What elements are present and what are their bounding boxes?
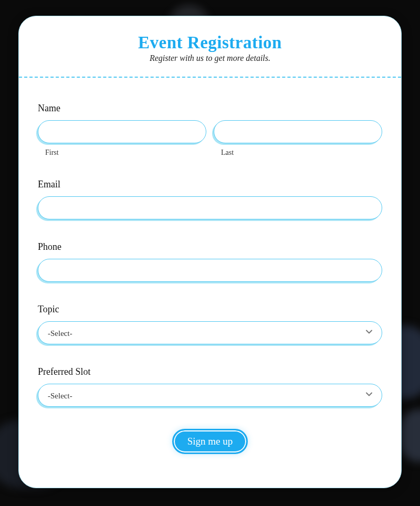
last-name-sublabel: Last: [221, 149, 382, 157]
slot-label: Preferred Slot: [38, 366, 382, 377]
name-label: Name: [38, 103, 382, 114]
phone-field-group: Phone: [38, 241, 382, 282]
slot-select-wrap[interactable]: -Select-: [38, 384, 382, 407]
last-name-input[interactable]: [214, 120, 382, 143]
name-field-group: Name First Last: [38, 103, 382, 157]
topic-field-group: Topic -Select-: [38, 304, 382, 344]
email-field-group: Email: [38, 179, 382, 219]
sign-me-up-button[interactable]: Sign me up: [172, 429, 248, 454]
first-name-col: First: [38, 120, 206, 157]
first-name-input[interactable]: [38, 120, 206, 143]
first-name-sublabel: First: [45, 149, 206, 157]
form-header: Event Registration Register with us to g…: [19, 33, 401, 77]
phone-label: Phone: [38, 241, 382, 252]
name-row: First Last: [38, 120, 382, 157]
slot-field-group: Preferred Slot -Select-: [38, 366, 382, 407]
registration-card: Event Registration Register with us to g…: [18, 16, 402, 488]
phone-input[interactable]: [38, 259, 382, 282]
email-input[interactable]: [38, 196, 382, 219]
last-name-col: Last: [214, 120, 382, 157]
topic-select[interactable]: -Select-: [38, 321, 382, 344]
submit-row: Sign me up: [38, 429, 382, 454]
slot-select[interactable]: -Select-: [38, 384, 382, 407]
topic-label: Topic: [38, 304, 382, 315]
email-label: Email: [38, 179, 382, 190]
topic-select-wrap[interactable]: -Select-: [38, 321, 382, 344]
page-title: Event Registration: [19, 33, 401, 52]
form-body: Name First Last Email Phone Topic: [19, 78, 401, 454]
page-subtitle: Register with us to get more details.: [19, 54, 401, 63]
